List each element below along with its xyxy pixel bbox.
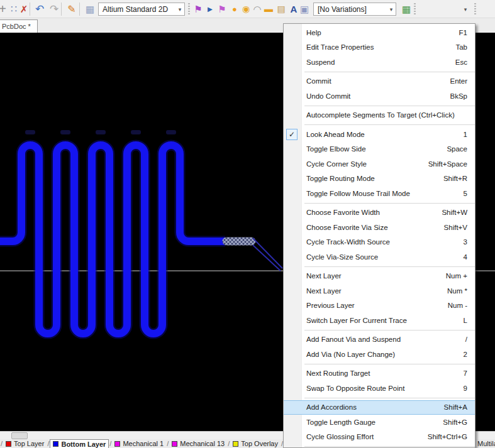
menu-item-shortcut: 2 bbox=[464, 351, 467, 358]
via-icon[interactable]: ● bbox=[228, 0, 241, 18]
menu-separator bbox=[304, 106, 475, 106]
menu-separator bbox=[304, 330, 475, 331]
chevron-down-icon: ▾ bbox=[460, 6, 470, 13]
board-filter-icon[interactable]: ▦ bbox=[84, 0, 96, 18]
route-multi-icon[interactable]: ⚑ bbox=[216, 0, 228, 18]
menu-item-label: Autocomplete Segments To Target (Ctrl+Cl… bbox=[306, 111, 467, 119]
layer-tab-top-overlay[interactable]: Top Overlay bbox=[230, 439, 281, 448]
menu-item-shortcut: Num - bbox=[448, 302, 467, 309]
menu-item-toggle-elbow-side[interactable]: Toggle Elbow SideSpace bbox=[284, 142, 475, 157]
menu-item-add-fanout-via-and-suspend[interactable]: Add Fanout Via and Suspend/ bbox=[284, 332, 475, 347]
toolbar-separator bbox=[79, 3, 80, 16]
menu-item-switch-layer-for-current-trace[interactable]: Switch Layer For Current TraceL bbox=[284, 313, 475, 328]
layer-color-swatch bbox=[172, 441, 177, 447]
menu-item-cycle-glossing-effort[interactable]: Cycle Glossing EffortShift+Ctrl+G bbox=[284, 430, 475, 445]
toolbar-separator bbox=[188, 3, 190, 15]
variant-select[interactable]: [No Variations]▾ bbox=[313, 3, 396, 16]
clear-errors-icon[interactable]: ✗ bbox=[18, 0, 30, 18]
layer-color-swatch bbox=[53, 441, 58, 447]
menu-item-label: Add Accordions bbox=[306, 403, 444, 411]
chevron-down-icon: ▾ bbox=[387, 6, 396, 13]
menu-item-label: Undo Commit bbox=[306, 92, 450, 100]
menu-item-label: Toggle Elbow Side bbox=[306, 145, 447, 153]
menu-item-next-layer[interactable]: Next LayerNum * bbox=[284, 283, 475, 298]
menu-item-label: Add Via (No Layer Change) bbox=[306, 351, 464, 358]
component-icon[interactable]: ▣ bbox=[298, 0, 311, 18]
menu-item-toggle-follow-mouse-trail-mode[interactable]: Toggle Follow Mouse Trail Mode5 bbox=[284, 186, 475, 201]
menu-item-look-ahead-mode[interactable]: ✓Look Ahead Mode1 bbox=[284, 127, 475, 142]
horizontal-scrollbar-thumb[interactable] bbox=[11, 432, 28, 439]
menu-item-label: Swap To Opposite Route Point bbox=[306, 385, 464, 392]
menu-item-edit-trace-properties[interactable]: Edit Trace PropertiesTab bbox=[284, 40, 475, 55]
menu-item-undo-commit[interactable]: Undo CommitBkSp bbox=[284, 89, 475, 104]
menu-item-cycle-corner-style[interactable]: Cycle Corner StyleShift+Space bbox=[284, 156, 475, 172]
layer-tab-bottom-layer[interactable]: Bottom Layer bbox=[50, 439, 109, 448]
variant-chip-icon[interactable]: ▦ bbox=[400, 0, 413, 18]
menu-item-shortcut: 5 bbox=[464, 190, 467, 197]
menu-item-label: Previous Layer bbox=[306, 302, 448, 309]
menu-item-shortcut: Space bbox=[447, 145, 467, 153]
pad-icon[interactable]: ▤ bbox=[275, 0, 287, 18]
menu-item-shortcut: Shift+V bbox=[444, 224, 467, 231]
variant-select-value: [No Variations] bbox=[314, 5, 387, 14]
menu-item-add-accordions[interactable]: Add AccordionsShift+A bbox=[284, 400, 475, 415]
menu-item-label: Toggle Follow Mouse Trail Mode bbox=[306, 190, 464, 197]
menu-item-autocomplete-segments-to-target-ctrl-click[interactable]: Autocomplete Segments To Target (Ctrl+Cl… bbox=[284, 108, 475, 123]
layer-tab-top-layer[interactable]: Top Layer bbox=[3, 439, 47, 448]
menu-item-shortcut: Enter bbox=[450, 77, 468, 85]
pen-icon[interactable]: ✎ bbox=[65, 0, 78, 18]
menu-item-add-via-no-layer-change[interactable]: Add Via (No Layer Change)2 bbox=[284, 347, 475, 362]
menu-item-label: Cycle Track-Width Source bbox=[306, 238, 464, 246]
fill-icon[interactable]: ▬ bbox=[262, 0, 275, 18]
layer-color-swatch bbox=[233, 441, 238, 447]
menu-item-shortcut: 9 bbox=[464, 385, 467, 392]
layer-tab-mechanical-1[interactable]: Mechanical 1 bbox=[112, 439, 166, 448]
menu-item-label: Cycle Corner Style bbox=[306, 160, 428, 168]
menu-item-choose-favorite-via-size[interactable]: Choose Favorite Via SizeShift+V bbox=[284, 220, 475, 235]
menu-item-help[interactable]: HelpF1 bbox=[284, 25, 475, 40]
menu-item-label: Cycle Glossing Effort bbox=[306, 433, 428, 440]
menu-item-choose-favorite-width[interactable]: Choose Favorite WidthShift+W bbox=[284, 205, 475, 221]
menu-item-toggle-routing-mode[interactable]: Toggle Routing ModeShift+R bbox=[284, 172, 475, 187]
layer-tab-mechanical-13[interactable]: Mechanical 13 bbox=[169, 439, 227, 448]
menu-item-cycle-via-size-source[interactable]: Cycle Via-Size Source4 bbox=[284, 249, 475, 265]
menu-item-cycle-track-width-source[interactable]: Cycle Track-Width Source3 bbox=[284, 235, 475, 250]
menu-separator bbox=[304, 203, 475, 204]
route-cursor-icon[interactable]: ► bbox=[204, 0, 216, 18]
pin-icon[interactable]: ◉ bbox=[240, 0, 252, 18]
interactive-route-icon[interactable]: ⚑ bbox=[192, 0, 204, 18]
menu-item-commit[interactable]: CommitEnter bbox=[284, 74, 475, 89]
menu-item-label: Toggle Routing Mode bbox=[306, 175, 443, 182]
menu-item-previous-layer[interactable]: Previous LayerNum - bbox=[284, 298, 475, 314]
document-tab-pcbdoc[interactable]: PcbDoc * bbox=[0, 19, 38, 33]
undo-icon[interactable]: ↶ bbox=[33, 0, 46, 18]
menu-item-shortcut: Num * bbox=[447, 287, 467, 295]
view-configuration-select[interactable]: Altium Standard 2D▾ bbox=[98, 3, 185, 16]
layer-tab-label: Mechanical 13 bbox=[180, 440, 225, 447]
menu-item-shortcut: 1 bbox=[464, 131, 467, 138]
menu-item-label: Switch Layer For Current Trace bbox=[306, 317, 464, 324]
arc-icon[interactable]: ◠ bbox=[251, 0, 264, 18]
menu-item-swap-to-opposite-route-point[interactable]: Swap To Opposite Route Point9 bbox=[284, 381, 475, 396]
menu-item-label: Help bbox=[306, 29, 459, 36]
redo-icon[interactable]: ↷ bbox=[48, 0, 60, 18]
layer-tab-label: Top Layer bbox=[14, 440, 44, 447]
toolbar-separator bbox=[61, 3, 62, 16]
layer-tab-label: Multilayer bbox=[477, 440, 495, 447]
menu-separator bbox=[304, 398, 475, 398]
menu-item-toggle-length-gauge[interactable]: Toggle Length GaugeShift+G bbox=[284, 415, 475, 430]
menu-item-shortcut: Shift+Space bbox=[428, 160, 467, 168]
menu-separator bbox=[304, 446, 475, 447]
menu-item-suspend[interactable]: SuspendEsc bbox=[284, 55, 475, 70]
layer-tab-label: Mechanical 1 bbox=[123, 440, 164, 447]
checkmark-icon: ✓ bbox=[286, 129, 298, 140]
menu-item-next-routing-target[interactable]: Next Routing Target7 bbox=[284, 366, 475, 381]
ghost-marks bbox=[25, 130, 176, 134]
menu-item-label: Add Fanout Via and Suspend bbox=[306, 336, 465, 343]
menu-item-shortcut: Shift+Ctrl+G bbox=[428, 433, 467, 440]
extra-select[interactable]: ▾ bbox=[418, 3, 470, 16]
menu-item-label: Next Layer bbox=[306, 287, 447, 295]
menu-item-next-layer[interactable]: Next LayerNum + bbox=[284, 269, 475, 284]
menu-item-label: Cycle Via-Size Source bbox=[306, 253, 464, 261]
menu-item-label: Look Ahead Mode bbox=[306, 131, 464, 138]
